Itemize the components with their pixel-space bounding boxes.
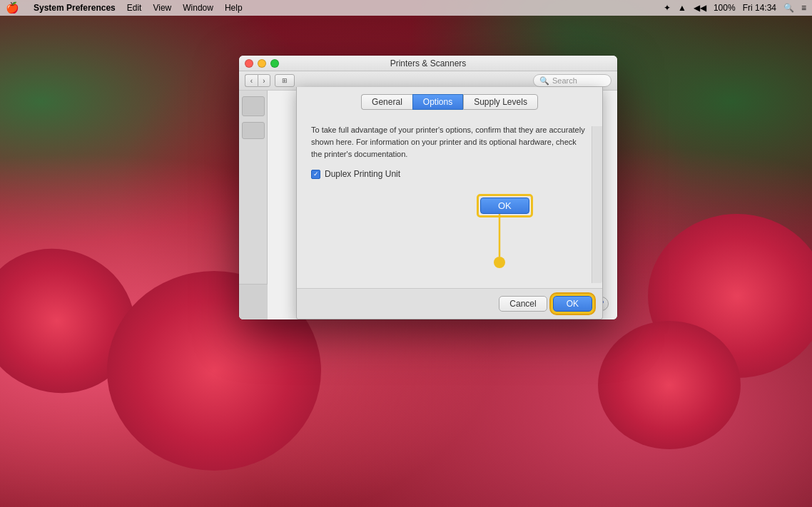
menubar-system-preferences[interactable]: System Preferences <box>34 3 116 13</box>
dialog-info-text: To take full advantage of your printer's… <box>311 124 588 160</box>
battery-indicator: 100% <box>714 3 736 13</box>
notification-icon[interactable]: ≡ <box>801 3 806 13</box>
dialog-tab-bar: General Options Supply Levels <box>297 87 602 116</box>
back-button[interactable]: ‹ <box>245 74 258 87</box>
menubar-edit[interactable]: Edit <box>127 3 142 13</box>
sidebar-bottom <box>239 284 268 319</box>
menubar-help[interactable]: Help <box>225 3 243 13</box>
printer-list-item[interactable] <box>242 96 265 116</box>
options-dialog: General Options Supply Levels To take fu… <box>296 87 603 319</box>
search-icon[interactable]: 🔍 <box>783 3 794 13</box>
toolbar-search[interactable]: 🔍 Search <box>533 74 611 87</box>
minimize-button[interactable] <box>258 59 266 68</box>
dialog-footer: Cancel OK <box>297 288 602 319</box>
dialog-content-body: To take full advantage of your printer's… <box>297 116 602 288</box>
menubar-window[interactable]: Window <box>183 3 213 13</box>
checkmark-icon: ✓ <box>313 170 319 178</box>
bluetooth-icon: ✦ <box>664 3 671 13</box>
menu-clock: Fri 14:34 <box>743 3 776 13</box>
maximize-button[interactable] <box>270 59 279 68</box>
menubar-left: 🍎 System Preferences Edit View Window He… <box>6 1 243 14</box>
tab-general[interactable]: General <box>361 94 412 110</box>
menubar: 🍎 System Preferences Edit View Window He… <box>0 0 812 16</box>
cancel-button[interactable]: Cancel <box>499 296 547 312</box>
duplex-label: Duplex Printing Unit <box>325 169 400 179</box>
printer-list-item-2[interactable] <box>242 122 265 139</box>
window-title: Printers & Scanners <box>390 58 467 68</box>
tab-options[interactable]: Options <box>412 94 463 110</box>
nav-buttons: ‹ › <box>245 74 270 87</box>
apple-menu-icon[interactable]: 🍎 <box>6 1 19 14</box>
menubar-right: ✦ ▲ ◀◀ 100% Fri 14:34 🔍 ≡ <box>664 3 806 13</box>
search-placeholder: Search <box>552 76 577 85</box>
window-titlebar: Printers & Scanners <box>239 56 617 71</box>
duplex-checkbox[interactable]: ✓ <box>311 170 320 179</box>
traffic-lights <box>245 59 279 68</box>
close-button[interactable] <box>245 59 253 68</box>
tab-supply-levels[interactable]: Supply Levels <box>463 94 538 110</box>
wifi-icon: ▲ <box>678 3 686 13</box>
volume-icon: ◀◀ <box>694 3 706 13</box>
menubar-view[interactable]: View <box>153 3 171 13</box>
ok-button[interactable]: OK <box>553 296 592 312</box>
flower-decoration-4 <box>598 321 741 449</box>
duplex-printing-row: ✓ Duplex Printing Unit <box>311 169 588 179</box>
grid-view-button[interactable]: ⊞ <box>275 74 295 87</box>
forward-button[interactable]: › <box>258 74 270 87</box>
window-content: General Options Supply Levels To take fu… <box>239 91 617 319</box>
printers-scanners-window: Printers & Scanners ‹ › ⊞ 🔍 Search Gener… <box>239 56 617 319</box>
search-magnifier-icon: 🔍 <box>539 76 549 86</box>
scrollbar[interactable] <box>592 126 602 283</box>
